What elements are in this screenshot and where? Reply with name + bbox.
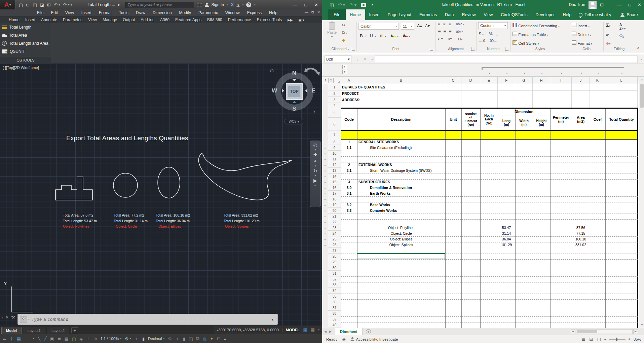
- isodraft-icon[interactable]: ╲: [38, 336, 41, 341]
- customization-menu-icon[interactable]: ≡: [224, 336, 227, 341]
- font-name-select[interactable]: Calibri▾: [358, 23, 399, 30]
- merge-center-icon[interactable]: ⊟▾: [458, 37, 462, 41]
- command-input[interactable]: Type a command: [32, 317, 69, 322]
- panel-item-qsunit[interactable]: →mQSUNIT: [0, 47, 51, 55]
- excel-tab-circleqstools[interactable]: CircleQSTools: [497, 9, 531, 20]
- cell-B12[interactable]: EXTERNAL WORKS: [357, 162, 445, 168]
- zoom-menu-arrow-icon[interactable]: ▾: [314, 165, 316, 167]
- viewcube-west[interactable]: W: [272, 87, 277, 94]
- orbit-icon[interactable]: ↻: [313, 168, 317, 174]
- ribbon-tab-parametric[interactable]: Parametric: [63, 17, 82, 22]
- excel-tab-insert[interactable]: Insert: [365, 9, 384, 20]
- osnap-tracking-icon[interactable]: ╱: [44, 336, 47, 341]
- cell-F23[interactable]: 53.47: [498, 225, 515, 231]
- column-header-F[interactable]: F: [498, 77, 515, 84]
- commandline-close-icon[interactable]: ✕: [5, 315, 9, 320]
- cell-A15[interactable]: 3: [341, 179, 357, 185]
- column-header-G[interactable]: G: [515, 77, 533, 84]
- sheet-nav-right-icon[interactable]: ▶: [329, 330, 332, 333]
- menu-item-express[interactable]: Express: [247, 10, 262, 15]
- viewcube-east[interactable]: E: [311, 87, 315, 94]
- exchange-apps-icon[interactable]: X: [231, 2, 234, 7]
- search-binoculars-icon[interactable]: [197, 3, 202, 7]
- macro-record-icon[interactable]: ◉: [342, 337, 345, 342]
- excel-tab-file[interactable]: File: [328, 9, 346, 20]
- excel-maximize-icon[interactable]: □: [628, 2, 631, 7]
- column-header-I[interactable]: I: [550, 77, 572, 84]
- workspace-gear-icon[interactable]: ⚙: [168, 336, 172, 341]
- row-header-35[interactable]: 35: [328, 294, 341, 299]
- grid-menu-arrow-icon[interactable]: ▾: [318, 328, 319, 331]
- cell-B13[interactable]: Storm Water Drainage System (SWDS): [357, 168, 445, 174]
- viewcube-arrow-south-icon[interactable]: [292, 101, 296, 103]
- number-format-select[interactable]: Custom▾: [478, 22, 508, 29]
- zoom-in-icon[interactable]: ＋: [628, 337, 632, 342]
- dynamic-ucs-icon[interactable]: ⊥: [86, 336, 90, 341]
- align-right-icon[interactable]: ≣: [449, 30, 452, 34]
- clean-screen-icon[interactable]: ⊡: [217, 336, 221, 341]
- hscroll-left-icon[interactable]: ◀: [571, 329, 575, 334]
- vscroll-down-icon[interactable]: ▼: [641, 323, 643, 327]
- snap-mode-icon[interactable]: ⊹: [10, 336, 13, 341]
- share-button[interactable]: Share: [616, 9, 642, 20]
- row-header-33[interactable]: 33: [328, 282, 341, 288]
- viewcube-south[interactable]: S: [292, 106, 296, 112]
- percent-icon[interactable]: %: [489, 32, 493, 36]
- 3d-osnap-icon[interactable]: ◈: [79, 336, 83, 341]
- align-center-icon[interactable]: ≣: [443, 30, 446, 34]
- wheel-menu-arrow-icon[interactable]: ▾: [314, 149, 316, 151]
- cell-styles-button[interactable]: Cell Styles ▾: [513, 40, 539, 45]
- row-header-7[interactable]: 7: [328, 130, 341, 139]
- column-header-J[interactable]: J: [572, 77, 590, 84]
- cell-A13[interactable]: 2.1: [341, 168, 357, 174]
- row-header-27[interactable]: 27: [328, 248, 341, 254]
- menu-item-modify[interactable]: Modify: [179, 10, 191, 15]
- column-header-E[interactable]: E: [480, 77, 498, 84]
- shrink-font-icon[interactable]: A▾: [425, 24, 430, 28]
- excel-tab-review[interactable]: Review: [458, 9, 480, 20]
- a360-icon[interactable]: ◮: [236, 2, 239, 7]
- delete-cells-button[interactable]: Delete ▾: [572, 32, 591, 37]
- row-header-20[interactable]: 20: [328, 208, 341, 214]
- format-cells-button[interactable]: Format ▾: [572, 40, 592, 45]
- cell-A17[interactable]: 3.1: [341, 191, 357, 196]
- hscroll-right-icon[interactable]: ▶: [633, 329, 638, 334]
- avatar[interactable]: [589, 1, 597, 9]
- cell-A2[interactable]: PROJECT:: [341, 90, 476, 97]
- clipboard-dialog-launcher-icon[interactable]: ⌟: [352, 47, 355, 51]
- row-header-22[interactable]: 22: [328, 219, 341, 225]
- row-header-24[interactable]: 24: [328, 231, 341, 236]
- help-icon[interactable]: ?: [246, 2, 251, 7]
- ribbon-tab-a360[interactable]: A360: [160, 17, 169, 22]
- accessibility-status[interactable]: Accessibility: Investigate: [350, 337, 398, 341]
- row-header-13[interactable]: 13: [328, 168, 341, 174]
- row-header-14[interactable]: 14: [328, 174, 341, 179]
- row-header-19[interactable]: 19: [328, 202, 341, 208]
- ribbon-tab-express-tools[interactable]: Express Tools: [257, 17, 281, 22]
- ribbon-tab-manage[interactable]: Manage: [103, 17, 117, 22]
- saveas-icon[interactable]: ◪: [40, 2, 44, 7]
- align-bottom-icon[interactable]: ≡: [449, 22, 451, 26]
- menu-item-draw[interactable]: Draw: [136, 10, 145, 15]
- transparency-icon[interactable]: ▩: [65, 336, 69, 341]
- layout-ic-icon[interactable]: ⧉: [196, 336, 199, 341]
- maximize-icon[interactable]: □: [304, 2, 307, 7]
- menu-item-help[interactable]: Help: [269, 10, 277, 15]
- annotation-scale-control[interactable]: 1:1 / 100%: [100, 337, 119, 341]
- excel-tab-formulas[interactable]: Formulas: [415, 9, 441, 20]
- zoom-icon[interactable]: ⌖: [314, 158, 317, 164]
- cell-F26[interactable]: 101.29: [498, 242, 515, 248]
- ribbon-tab-insert[interactable]: Insert: [25, 17, 35, 22]
- row-header-16[interactable]: 16: [328, 185, 341, 191]
- layout-tab-layout2[interactable]: Layout2: [47, 327, 69, 334]
- close-icon[interactable]: ✕: [314, 2, 318, 7]
- excel-tab-home[interactable]: Home: [346, 9, 365, 20]
- column-outline-level-1[interactable]: 1: [342, 65, 347, 69]
- cell-A16[interactable]: 3.0: [341, 185, 357, 191]
- command-line-bar[interactable]: >_ ▾ Type a command ▲: [17, 314, 278, 325]
- menu-item-parametric[interactable]: Parametric: [198, 10, 218, 15]
- format-as-table-button[interactable]: Format as Table ▾: [513, 32, 548, 37]
- format-painter-button[interactable]: ◆: [342, 38, 347, 42]
- sheet-nav-left-icon[interactable]: ◀: [324, 330, 327, 333]
- commandline-grip-icon[interactable]: ⁞⁞: [1, 316, 3, 319]
